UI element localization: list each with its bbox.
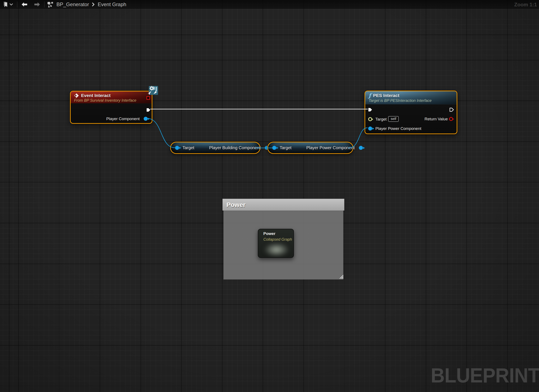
- comment-title: Power: [226, 201, 245, 208]
- breadcrumb-chevron-icon: [92, 2, 95, 7]
- target-pin-label: Target: [375, 117, 387, 122]
- player-power-component-label: Player Power Component: [375, 126, 421, 131]
- zoom-level-indicator: Zoom 1:1: [514, 2, 537, 8]
- function-icon: ƒ: [369, 93, 371, 98]
- chevron-down-icon: [9, 3, 13, 6]
- target-in-label: Target: [183, 145, 194, 150]
- return-value-label: Return Value: [425, 117, 448, 121]
- node-get-player-building-component[interactable]: Target Player Building Component: [170, 142, 260, 154]
- bookmark-icon: [3, 1, 8, 7]
- exec-in-pin[interactable]: [368, 107, 373, 112]
- exec-out-pin[interactable]: [449, 107, 454, 112]
- player-component-pin[interactable]: [144, 117, 148, 121]
- collapsed-graph-preview: [263, 241, 290, 256]
- collapsed-graph-title: Power: [263, 231, 275, 236]
- breadcrumb-root[interactable]: BP_Generator: [57, 1, 89, 7]
- target-in-pin[interactable]: [175, 146, 179, 150]
- blueprint-editor: Event Interact From BP Survival Inventor…: [0, 0, 539, 392]
- blueprint-watermark: BLUEPRINT: [431, 363, 539, 387]
- node-collapsed-graph-power[interactable]: Power Collapsed Graph: [258, 229, 294, 258]
- comment-header[interactable]: Power: [222, 199, 344, 211]
- function-node-header[interactable]: ƒ PES Interact Target is BP PESInteracti…: [365, 91, 457, 104]
- toolbar-separator: [17, 1, 17, 7]
- graph-icon: [47, 1, 53, 7]
- breadcrumb: BP_Generator Event Graph: [47, 1, 126, 7]
- forward-button[interactable]: [33, 1, 42, 8]
- function-node-title: PES Interact: [373, 93, 399, 98]
- node-pes-interact[interactable]: ƒ PES Interact Target is BP PESInteracti…: [365, 91, 457, 134]
- collapsed-graph-subtitle: Collapsed Graph: [263, 237, 292, 242]
- back-arrow-icon: [21, 2, 28, 7]
- building-component-out-label: Player Building Component: [209, 145, 260, 150]
- graph-canvas[interactable]: [0, 0, 539, 392]
- event-diamond-icon: [74, 93, 79, 98]
- forward-arrow-icon: [34, 2, 40, 7]
- resize-handle-icon[interactable]: [339, 274, 344, 279]
- graph-toolbar: BP_Generator Event Graph Zoom 1:1: [0, 0, 539, 9]
- player-component-pin-label: Player Component: [106, 116, 140, 121]
- exec-out-pin[interactable]: [146, 108, 151, 112]
- breadcrumb-current[interactable]: Event Graph: [98, 1, 126, 7]
- toolbar-separator: [44, 1, 45, 7]
- node-event-interact[interactable]: Event Interact From BP Survival Inventor…: [70, 91, 152, 124]
- return-value-pin[interactable]: [449, 117, 453, 121]
- back-button[interactable]: [20, 1, 29, 8]
- event-node-title: Event Interact: [81, 93, 111, 98]
- target-pin[interactable]: [368, 117, 372, 121]
- target-in-label: Target: [280, 145, 292, 150]
- bookmarks-button[interactable]: [2, 1, 14, 8]
- player-power-component-pin[interactable]: [368, 126, 372, 131]
- target-default-self[interactable]: self: [388, 116, 399, 122]
- node-get-player-power-component[interactable]: Target Player Power Component: [267, 142, 353, 154]
- event-node-subtitle: From BP Survival Inventory Interface: [71, 98, 152, 103]
- interface-event-badge-icon: [147, 86, 159, 96]
- function-node-subtitle: Target is BP PESInteraction Interface: [365, 98, 457, 104]
- event-node-header[interactable]: Event Interact From BP Survival Inventor…: [71, 92, 152, 103]
- power-component-out-label: Player Power Component: [306, 145, 355, 150]
